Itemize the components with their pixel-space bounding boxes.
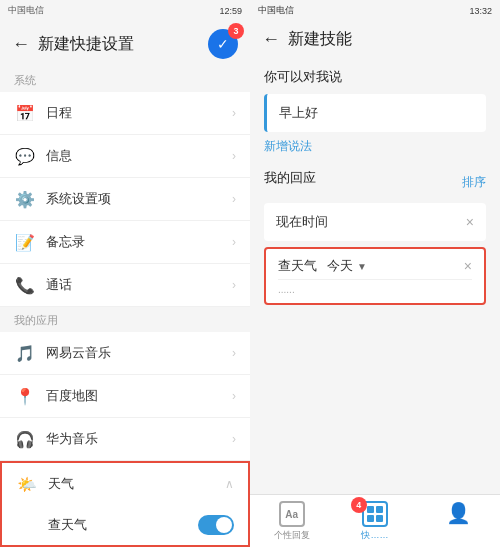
settings-chevron: › — [232, 192, 236, 206]
weather-dropdown-icon[interactable]: ▼ — [357, 261, 367, 272]
right-page-title: 新建技能 — [288, 29, 352, 50]
say-section-title: 你可以对我说 — [264, 68, 486, 86]
phone-chevron: › — [232, 278, 236, 292]
menu-sub-weather[interactable]: 查天气 — [2, 505, 248, 545]
memo-icon: 📝 — [14, 231, 36, 253]
memo-chevron: › — [232, 235, 236, 249]
left-back-icon[interactable]: ← — [12, 34, 30, 55]
phone-icon: 📞 — [14, 274, 36, 296]
netease-chevron: › — [232, 346, 236, 360]
left-carrier: 中国电信 — [8, 4, 44, 17]
message-icon: 💬 — [14, 145, 36, 167]
weather-response-sub-text: ...... — [278, 279, 472, 295]
sort-button[interactable]: 排序 — [462, 174, 486, 191]
weather-group: 🌤️ 天气 ∧ 查天气 — [0, 461, 250, 547]
menu-item-settings[interactable]: ⚙️ 系统设置项 › — [0, 178, 250, 221]
right-carrier: 中国电信 — [258, 4, 294, 17]
menu-item-huawei-music[interactable]: 🎧 华为音乐 › — [0, 418, 250, 461]
personal-label: 个性回复 — [274, 529, 310, 542]
settings-icon: ⚙️ — [14, 188, 36, 210]
menu-item-weather[interactable]: 🌤️ 天气 ∧ — [2, 463, 248, 505]
response-time-label: 现在时间 — [276, 213, 328, 231]
baidu-icon: 📍 — [14, 385, 36, 407]
nav-item-quick[interactable]: 快…… 4 — [333, 501, 416, 542]
nav-item-personal[interactable]: Aa 个性回复 — [250, 501, 333, 542]
section-apps-label: 我的应用 — [0, 307, 250, 332]
netease-label: 网易云音乐 — [46, 344, 111, 362]
personal-icon: Aa — [279, 501, 305, 527]
settings-label: 系统设置项 — [46, 190, 111, 208]
huawei-music-icon: 🎧 — [14, 428, 36, 450]
memo-label: 备忘录 — [46, 233, 85, 251]
menu-item-phone[interactable]: 📞 通话 › — [0, 264, 250, 307]
left-status-bar: 中国电信 12:59 — [0, 0, 250, 21]
response-section-title: 我的回应 — [264, 169, 316, 187]
response-item-time[interactable]: 现在时间 × — [264, 203, 486, 241]
calendar-icon: 📅 — [14, 102, 36, 124]
menu-item-netease[interactable]: 🎵 网易云音乐 › — [0, 332, 250, 375]
message-chevron: › — [232, 149, 236, 163]
weather-response-main: 查天气 — [278, 257, 317, 275]
quick-badge: 4 — [351, 497, 367, 513]
left-panel: 中国电信 12:59 ← 新建快捷设置 ✓ 3 系统 📅 日程 › 💬 信息 ›… — [0, 0, 250, 550]
weather-response-close-icon[interactable]: × — [464, 258, 472, 274]
say-input-display[interactable]: 早上好 — [264, 94, 486, 132]
weather-icon: 🌤️ — [16, 473, 38, 495]
right-top-bar: ← 新建技能 — [250, 21, 500, 58]
netease-icon: 🎵 — [14, 342, 36, 364]
section-system-label: 系统 — [0, 67, 250, 92]
response-header: 我的回应 排序 — [264, 169, 486, 195]
right-status-bar: 中国电信 13:32 — [250, 0, 500, 21]
menu-item-memo[interactable]: 📝 备忘录 › — [0, 221, 250, 264]
right-back-icon[interactable]: ← — [262, 29, 280, 50]
confirm-button[interactable]: ✓ 3 — [208, 29, 238, 59]
add-say-link[interactable]: 新增说法 — [264, 138, 486, 155]
calendar-label: 日程 — [46, 104, 72, 122]
weather-toggle[interactable] — [198, 515, 234, 535]
calendar-chevron: › — [232, 106, 236, 120]
confirm-badge: 3 — [228, 23, 244, 39]
phone-label: 通话 — [46, 276, 72, 294]
weather-response-sub: 今天 — [327, 257, 353, 275]
huawei-music-label: 华为音乐 — [46, 430, 98, 448]
right-content: 你可以对我说 早上好 新增说法 我的回应 排序 现在时间 × 查天气 今天 ▼ … — [250, 58, 500, 494]
left-top-bar: ← 新建快捷设置 ✓ 3 — [0, 21, 250, 67]
menu-item-baidu[interactable]: 📍 百度地图 › — [0, 375, 250, 418]
quick-label: 快…… — [361, 529, 388, 542]
right-panel: 中国电信 13:32 ← 新建技能 你可以对我说 早上好 新增说法 我的回应 排… — [250, 0, 500, 550]
menu-item-calendar[interactable]: 📅 日程 › — [0, 92, 250, 135]
left-top-bar-left: ← 新建快捷设置 — [12, 34, 134, 55]
weather-label: 天气 — [48, 475, 74, 493]
sub-weather-label: 查天气 — [48, 516, 87, 534]
person-icon: 👤 — [446, 501, 471, 525]
huawei-music-chevron: › — [232, 432, 236, 446]
response-time-close-icon[interactable]: × — [466, 214, 474, 230]
menu-item-message[interactable]: 💬 信息 › — [0, 135, 250, 178]
left-page-title: 新建快捷设置 — [38, 34, 134, 55]
weather-chevron: ∧ — [225, 477, 234, 491]
baidu-label: 百度地图 — [46, 387, 98, 405]
response-item-weather[interactable]: 查天气 今天 ▼ × ...... — [264, 247, 486, 305]
left-time: 12:59 — [219, 6, 242, 16]
bottom-nav: Aa 个性回复 快…… 4 👤 — [250, 494, 500, 550]
nav-item-person[interactable]: 👤 — [417, 501, 500, 542]
right-time: 13:32 — [469, 6, 492, 16]
baidu-chevron: › — [232, 389, 236, 403]
message-label: 信息 — [46, 147, 72, 165]
